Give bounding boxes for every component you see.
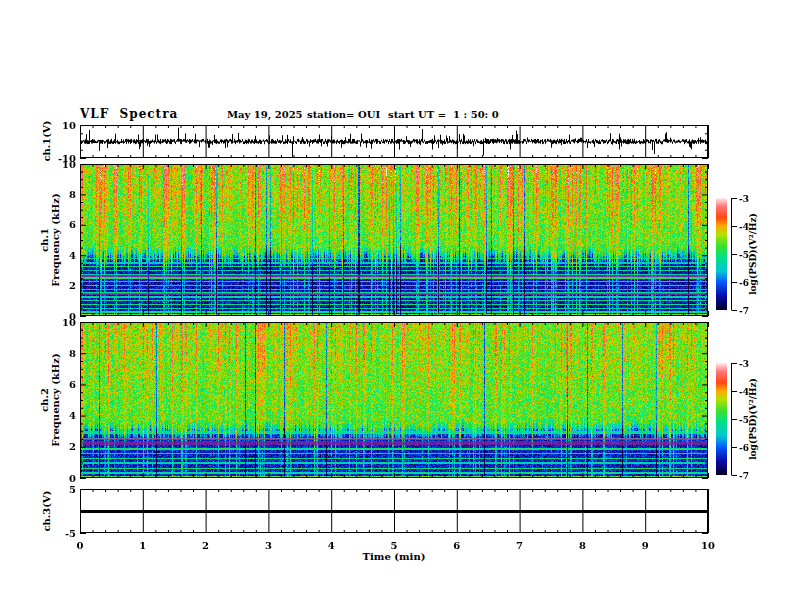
- svg-text:-3: -3: [739, 359, 749, 369]
- svg-text:10: 10: [62, 159, 76, 170]
- time-axis-label: Time (min): [363, 551, 426, 562]
- svg-text:6: 6: [69, 219, 76, 230]
- ch1-spectrogram-canvas: [81, 165, 707, 316]
- ch2-frequency-axis-label: ch.2Frequency (kHz): [39, 353, 61, 446]
- figure-title: VLF Spectra: [80, 107, 178, 121]
- svg-text:2: 2: [202, 540, 209, 551]
- ch1-frequency-axis-label: ch.1Frequency (kHz): [39, 193, 61, 286]
- svg-text:2: 2: [69, 441, 76, 452]
- svg-text:1: 1: [139, 540, 146, 551]
- frequency-khz-label: Frequency (kHz): [50, 353, 61, 446]
- svg-text:-7: -7: [739, 471, 749, 481]
- ch2-label-line: ch.2: [39, 353, 50, 446]
- svg-text:-3: -3: [739, 194, 749, 204]
- svg-text:8: 8: [579, 540, 586, 551]
- svg-text:5: 5: [69, 484, 76, 495]
- ch1-voltage-axis-label: ch.1(V): [41, 120, 52, 161]
- svg-text:9: 9: [642, 540, 649, 551]
- colorbar-ch2: [716, 363, 727, 475]
- vlf-spectra-figure: VLF Spectra May 19, 2025 station= OUI st…: [0, 0, 792, 612]
- svg-text:-5: -5: [65, 528, 76, 539]
- frequency-khz-label: Frequency (kHz): [50, 193, 61, 286]
- ch2-spectrogram-canvas: [81, 323, 707, 478]
- svg-text:4: 4: [328, 540, 335, 551]
- svg-text:10: 10: [62, 120, 76, 131]
- svg-text:0: 0: [69, 311, 76, 322]
- svg-text:-10: -10: [58, 153, 76, 164]
- svg-text:8: 8: [69, 189, 76, 200]
- date-label: May 19, 2025: [227, 109, 303, 120]
- svg-text:0: 0: [77, 540, 84, 551]
- svg-text:3: 3: [265, 540, 272, 551]
- svg-text:5: 5: [391, 540, 398, 551]
- svg-text:4: 4: [69, 410, 76, 421]
- svg-text:7: 7: [516, 540, 523, 551]
- colorbar-ch1: [716, 198, 727, 310]
- station-label: station= OUI: [307, 109, 380, 120]
- svg-text:8: 8: [69, 348, 76, 359]
- svg-text:6: 6: [69, 379, 76, 390]
- svg-text:-7: -7: [739, 306, 749, 316]
- svg-text:6: 6: [453, 540, 460, 551]
- svg-text:0: 0: [69, 473, 76, 484]
- colorbar-ch1-label: log(PSD)(V²/Hz): [748, 213, 759, 295]
- svg-text:10: 10: [701, 540, 715, 551]
- colorbar-ch2-label: log(PSD)(V²/Hz): [748, 378, 759, 460]
- svg-text:4: 4: [69, 250, 76, 261]
- ch1-label-line: ch.1: [39, 193, 50, 286]
- ch1-waveform-canvas: [81, 126, 707, 157]
- ch3-waveform-canvas: [81, 490, 707, 533]
- ch3-voltage-axis-label: ch.3(V): [41, 490, 52, 531]
- svg-text:2: 2: [69, 280, 76, 291]
- start-ut-label: start UT = 1 : 50: 0: [388, 109, 499, 120]
- svg-text:10: 10: [62, 317, 76, 328]
